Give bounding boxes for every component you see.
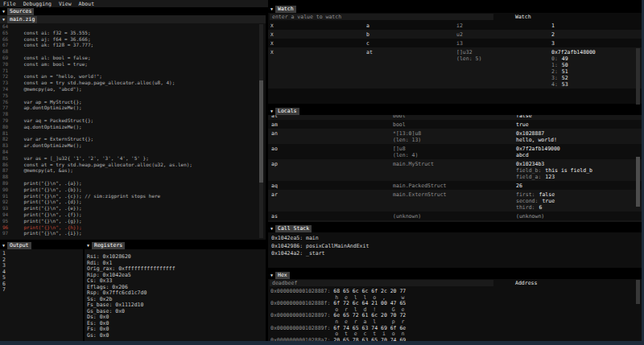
code-line[interactable]: 84 — [0, 149, 266, 155]
watch-add-button[interactable]: Watch — [515, 14, 531, 20]
register-line: Rip: 0x1042ea5 — [87, 273, 266, 279]
sources-panel-title[interactable]: Sources — [7, 8, 34, 15]
remove-watch-button[interactable]: X — [270, 49, 274, 55]
code-line[interactable]: 93 print("{}\n", .{e}); — [0, 205, 266, 212]
locals-row-value: 26 — [516, 183, 642, 189]
code-line[interactable]: 81 — [0, 130, 266, 137]
code-line[interactable]: 97 print("{}\n", .{i}); — [0, 230, 266, 236]
code-line[interactable]: 74 @memcpy(ao, "abcd"); — [0, 86, 266, 92]
line-number: 85 — [0, 155, 12, 162]
code-line[interactable]: 67 const ak: f128 = 37.777; — [0, 42, 266, 48]
callstack-frame[interactable]: 0x1042ea5: main — [271, 235, 642, 243]
output-line: 3 — [2, 263, 83, 269]
locals-row: ao[]u8(len: 4)0x7f2afb149000abcd — [268, 144, 642, 159]
watch-row-name: at — [366, 49, 373, 55]
code-line[interactable]: 82 var ar = ExternStruct{}; — [0, 136, 266, 142]
file-tab-mainzig[interactable]: main.zig — [7, 16, 37, 23]
menu-item-file[interactable]: File — [3, 1, 16, 7]
code-line[interactable]: 68 — [0, 48, 266, 55]
code-line[interactable]: 94 print("{}\n", .{f}); — [0, 212, 266, 218]
code-line[interactable]: 83 ar.dontOptimizeMe(); — [0, 142, 266, 149]
output-panel-title[interactable]: Output — [7, 242, 31, 249]
remove-watch-button[interactable]: X — [270, 40, 274, 46]
watch-scrollbar-thumb[interactable] — [636, 48, 640, 105]
hex-panel-title[interactable]: Hex — [275, 272, 290, 279]
code-line[interactable]: 92 print("{}\n", .{d}); — [0, 199, 266, 205]
locals-row-type: bool — [393, 115, 406, 119]
code-editor: 6465 const ai: f32 = 35.555;66 const aj:… — [0, 23, 266, 240]
locals-panel-title[interactable]: Locals — [275, 108, 299, 115]
code-line[interactable]: 72 const an = "hello, world!"; — [0, 73, 266, 80]
watch-panel-title[interactable]: Watch — [275, 6, 296, 13]
code-line[interactable]: 80 aq.dontOptimizeMe(); — [0, 124, 266, 130]
code-line[interactable]: 76 var ap = MyStruct{}; — [0, 99, 266, 105]
menu-item-about[interactable]: About — [79, 1, 95, 7]
code-text: const ai: f32 = 35.555; — [12, 30, 91, 36]
hex-bytes: 6f 72 6c 64 21 00 47 65 — [333, 300, 406, 306]
locals-row-type: (unknown) — [393, 213, 421, 220]
hex-address: 0x0000000001028897: — [270, 312, 330, 318]
code-line[interactable]: 88 — [0, 174, 266, 180]
code-line[interactable]: 79 var aq = PackedStruct{}; — [0, 117, 266, 124]
watch-input[interactable] — [270, 14, 493, 20]
menu-item-view[interactable]: View — [59, 1, 72, 7]
sources-scrollbar-thumb[interactable] — [259, 80, 263, 183]
code-line[interactable]: 73 const ao = try std.heap.page_allocato… — [0, 80, 266, 86]
watch-input-row: Watch — [268, 13, 642, 21]
collapse-icon: ▼ — [2, 244, 5, 248]
locals-row-name: an — [271, 130, 278, 137]
window-edge-bottom — [0, 341, 644, 345]
code-line[interactable]: 89 print("{}\n", .{a}); — [0, 180, 266, 187]
code-text: const al: bool = false; — [12, 55, 91, 61]
registers-panel-title[interactable]: Registers — [92, 242, 125, 249]
callstack-frame[interactable]: 0x10424a2: _start — [271, 250, 642, 258]
line-number: 79 — [0, 117, 12, 124]
output-panel: ▼ Output 1234567 — [0, 241, 83, 341]
hex-scrollbar-thumb[interactable] — [636, 280, 640, 304]
code-text: print("{}\n", .{h}); — [12, 224, 82, 231]
hex-row: 0x000000000102888f:6f 72 6c 64 21 00 47 … — [270, 301, 642, 307]
code-text: aq.dontOptimizeMe(); — [12, 124, 82, 130]
remove-watch-button[interactable]: X — [270, 23, 274, 28]
code-line[interactable]: 64 — [0, 23, 266, 30]
register-line: Rsp: 0x7ffc6cd1c7d0 — [87, 290, 266, 297]
code-line[interactable]: 91 print("{}\n", .{c}); // sim:zigprint … — [0, 193, 266, 199]
code-line[interactable]: 66 const aj: f64 = 36.666; — [0, 36, 266, 43]
code-line[interactable]: 69 const al: bool = false; — [0, 55, 266, 61]
code-text: const am: bool = true; — [12, 61, 88, 68]
callstack-frame[interactable]: 0x1042986: posixCallMainAndExit — [271, 243, 642, 251]
code-line[interactable]: 87 @memcpy(at, &as); — [0, 167, 266, 174]
hex-address-input[interactable] — [270, 280, 493, 286]
code-line[interactable]: 65 const ai: f32 = 35.555; — [0, 30, 266, 36]
locals-row-type: main.ExternStruct — [393, 191, 447, 198]
code-line[interactable]: 70 const am: bool = true; — [0, 61, 266, 68]
locals-scrollbar-thumb[interactable] — [636, 157, 640, 207]
locals-row: at[]u320x7f2afb148000 — [268, 220, 642, 222]
sources-panel-header: ▼ Sources — [0, 7, 266, 15]
code-line[interactable]: 71 — [0, 68, 266, 74]
output-line: 5 — [2, 275, 83, 281]
locals-row-type: bool — [393, 121, 406, 128]
code-line[interactable]: 77 ap.dontOptimizeMe(); — [0, 105, 266, 111]
code-line[interactable]: 85 var as = [_]u32{ '1', '2', '3', '4', … — [0, 155, 266, 162]
line-number: 78 — [0, 111, 12, 117]
line-number: 69 — [0, 55, 12, 61]
line-number: 95 — [0, 218, 12, 224]
menu-item-debugging[interactable]: Debugging — [23, 1, 52, 7]
code-line[interactable]: 96 print("{}\n", .{h}); — [0, 224, 266, 231]
code-line[interactable]: 78 — [0, 111, 266, 117]
remove-watch-button[interactable]: X — [270, 31, 274, 37]
code-line[interactable]: 90 print("{}\n", .{b}); — [0, 187, 266, 193]
locals-row-name: aq — [271, 183, 278, 189]
collapse-icon: ▼ — [2, 18, 5, 22]
code-line[interactable]: 95 print("{}\n", .{g}); — [0, 218, 266, 224]
code-text: const aj: f64 = 36.666; — [12, 36, 91, 43]
code-line[interactable]: 75 — [0, 92, 266, 99]
locals-row-type: []u8(len: 4) — [393, 146, 418, 158]
locals-row-value: 0x10234b3field_b:this is field_bfield_a:… — [516, 161, 642, 180]
locals-row-type: main.PackedStruct — [393, 183, 447, 189]
callstack-panel-title[interactable]: Call Stack — [275, 225, 312, 232]
hex-address-button[interactable]: Address — [515, 280, 537, 286]
code-text: print("{}\n", .{d}); — [12, 199, 82, 205]
code-line[interactable]: 86 const at = try std.heap.page_allocato… — [0, 162, 266, 168]
